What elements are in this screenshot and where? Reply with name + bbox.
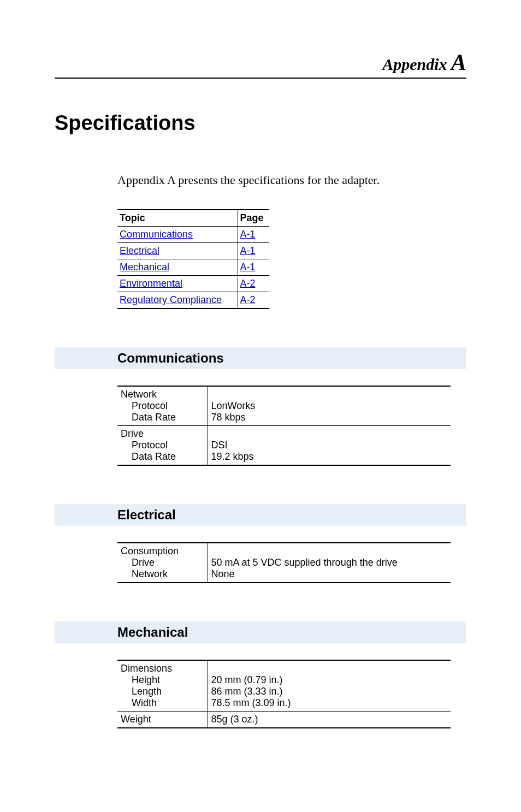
table-row: Regulatory Compliance A-2 xyxy=(117,292,269,309)
spec-value: DSI xyxy=(211,440,228,451)
spec-value: 19.2 kbps xyxy=(211,451,254,462)
table-row: Consumption Drive Network 50 mA at 5 VDC… xyxy=(117,543,451,583)
mechanical-table: Dimensions Height Length Width 20 mm (0.… xyxy=(117,660,451,728)
topic-table: Topic Page Communications A-1 Electrical… xyxy=(117,209,269,309)
electrical-table: Consumption Drive Network 50 mA at 5 VDC… xyxy=(117,542,451,583)
spec-sublabel: Protocol xyxy=(121,400,204,412)
spec-value: LonWorks xyxy=(211,400,256,411)
spec-value: 50 mA at 5 VDC supplied through the driv… xyxy=(211,557,398,568)
table-row: Environmental A-2 xyxy=(117,276,269,292)
spec-label: Dimensions xyxy=(121,663,172,674)
page-header: Page xyxy=(238,210,269,227)
spec-sublabel: Length xyxy=(121,686,204,697)
communications-table: Network Protocol Data Rate LonWorks 78 k… xyxy=(117,386,451,466)
table-row: Communications A-1 xyxy=(117,227,269,243)
spec-value: 85g (3 oz.) xyxy=(211,714,258,725)
spec-value: 78.5 mm (3.09 in.) xyxy=(211,697,291,708)
spec-sublabel: Width xyxy=(121,697,204,709)
spec-value: 78 kbps xyxy=(211,412,246,423)
topic-link[interactable]: Mechanical xyxy=(120,262,169,272)
topic-header: Topic xyxy=(117,210,238,227)
spec-label: Network xyxy=(121,389,157,400)
spec-label: Consumption xyxy=(121,546,179,556)
table-row: Drive Protocol Data Rate DSI 19.2 kbps xyxy=(117,426,451,466)
page-link[interactable]: A-1 xyxy=(240,229,256,240)
page-link[interactable]: A-2 xyxy=(240,294,256,305)
section-heading-communications: Communications xyxy=(55,347,466,369)
spec-sublabel: Data Rate xyxy=(121,451,204,463)
spec-sublabel: Network xyxy=(121,568,204,580)
table-row: Dimensions Height Length Width 20 mm (0.… xyxy=(117,660,451,712)
table-row: Weight 85g (3 oz.) xyxy=(117,712,451,728)
section-heading-mechanical: Mechanical xyxy=(55,621,466,643)
section-heading-electrical: Electrical xyxy=(55,504,466,526)
page-link[interactable]: A-1 xyxy=(240,245,256,256)
topic-link[interactable]: Electrical xyxy=(120,245,159,256)
table-row: Mechanical A-1 xyxy=(117,259,269,276)
spec-value: None xyxy=(211,568,235,579)
topic-link[interactable]: Environmental xyxy=(120,278,182,289)
spec-sublabel: Data Rate xyxy=(121,412,204,423)
spec-sublabel: Protocol xyxy=(121,440,204,451)
spec-label: Drive xyxy=(121,428,144,439)
table-row: Electrical A-1 xyxy=(117,243,269,259)
intro-text: Appendix A presents the specifications f… xyxy=(117,173,466,187)
topic-link[interactable]: Regulatory Compliance xyxy=(120,294,222,305)
spec-label: Weight xyxy=(121,714,151,725)
topic-link[interactable]: Communications xyxy=(120,229,193,240)
spec-sublabel: Drive xyxy=(121,557,204,568)
table-row: Network Protocol Data Rate LonWorks 78 k… xyxy=(117,386,451,426)
page-link[interactable]: A-2 xyxy=(240,278,256,289)
appendix-letter: A xyxy=(451,50,466,75)
spec-value: 20 mm (0.79 in.) xyxy=(211,674,283,685)
spec-sublabel: Height xyxy=(121,674,204,686)
page-link[interactable]: A-1 xyxy=(240,262,256,272)
spec-value: 86 mm (3.33 in.) xyxy=(211,686,283,697)
appendix-header: Appendix A xyxy=(55,49,466,79)
appendix-label: Appendix xyxy=(382,55,451,73)
page-title: Specifications xyxy=(55,111,466,135)
